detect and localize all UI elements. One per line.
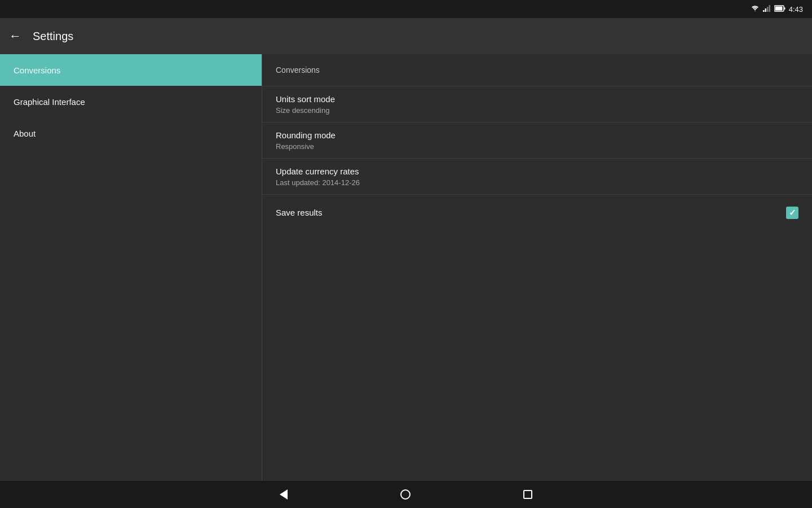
signal-icon [763, 5, 771, 13]
save-results-checkbox[interactable]: ✓ [786, 207, 798, 219]
nav-bar [0, 481, 812, 508]
nav-home-button[interactable] [400, 489, 411, 500]
app-title: Settings [33, 30, 73, 43]
setting-text-save: Save results [276, 208, 323, 217]
svg-rect-6 [775, 7, 782, 11]
section-title: Conversions [276, 65, 320, 75]
sidebar-item-conversions[interactable]: Conversions [0, 54, 262, 86]
status-bar: 4:43 [0, 0, 812, 18]
nav-back-button[interactable] [280, 489, 288, 500]
setting-value-rounding: Responsive [276, 142, 336, 151]
status-time: 4:43 [789, 5, 803, 14]
setting-label-currency: Update currency rates [276, 167, 360, 176]
section-header: Conversions [262, 54, 812, 86]
setting-label-units-sort: Units sort mode [276, 94, 335, 104]
sidebar-item-graphical-interface[interactable]: Graphical Interface [0, 86, 262, 117]
setting-text-rounding: Rounding mode Responsive [276, 130, 336, 151]
svg-rect-5 [784, 7, 785, 10]
battery-icon [774, 5, 785, 13]
checkbox-check-icon: ✓ [789, 208, 796, 218]
status-icons: 4:43 [751, 5, 803, 14]
svg-rect-2 [767, 7, 769, 12]
setting-label-save: Save results [276, 208, 323, 217]
setting-text-units-sort: Units sort mode Size descending [276, 94, 335, 115]
svg-rect-0 [763, 10, 765, 12]
nav-recents-button[interactable] [523, 490, 532, 499]
setting-update-currency[interactable]: Update currency rates Last updated: 2014… [262, 158, 812, 194]
main-content: Conversions Graphical Interface About Co… [0, 54, 812, 481]
setting-rounding-mode[interactable]: Rounding mode Responsive [262, 122, 812, 158]
sidebar-item-label-about: About [14, 129, 36, 138]
sidebar-item-about[interactable]: About [0, 117, 262, 149]
setting-value-units-sort: Size descending [276, 106, 335, 115]
setting-value-currency: Last updated: 2014-12-26 [276, 178, 360, 187]
app-bar: ← Settings [0, 18, 812, 54]
setting-save-results[interactable]: Save results ✓ [262, 194, 812, 230]
setting-text-currency: Update currency rates Last updated: 2014… [276, 167, 360, 187]
sidebar-item-label-conversions: Conversions [14, 65, 60, 75]
svg-rect-3 [769, 5, 770, 12]
setting-label-rounding: Rounding mode [276, 130, 336, 140]
svg-rect-1 [765, 8, 766, 12]
wifi-icon [751, 5, 760, 14]
back-button[interactable]: ← [9, 29, 21, 43]
sidebar: Conversions Graphical Interface About [0, 54, 262, 481]
sidebar-item-label-graphical: Graphical Interface [14, 97, 85, 107]
setting-units-sort-mode[interactable]: Units sort mode Size descending [262, 86, 812, 122]
content-panel: Conversions Units sort mode Size descend… [262, 54, 812, 481]
